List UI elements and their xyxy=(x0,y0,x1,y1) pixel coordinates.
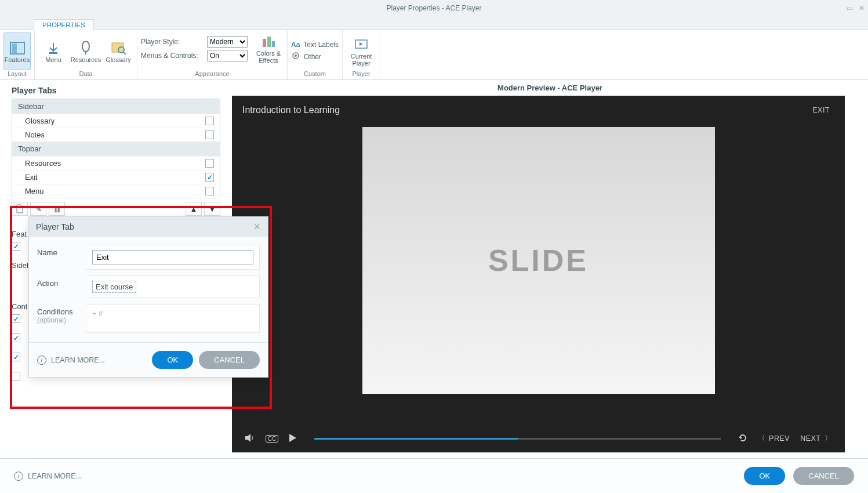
volume-icon[interactable] xyxy=(245,433,255,444)
checkbox[interactable] xyxy=(205,130,214,139)
ribbon-group-layout: Features Layout xyxy=(0,30,35,79)
bottom-bar: i LEARN MORE... OK CANCEL xyxy=(0,458,868,493)
right-panel: Modern Preview - ACE Player Introduction… xyxy=(232,80,868,458)
restore-icon[interactable]: ▭ xyxy=(847,4,853,12)
checkbox[interactable] xyxy=(12,242,20,251)
ribbon-group-label-layout: Layout xyxy=(3,70,31,77)
play-icon[interactable] xyxy=(289,433,297,444)
menu-button[interactable]: Menu xyxy=(38,32,68,70)
svg-marker-15 xyxy=(289,434,296,442)
ribbon-group-label-appearance: Appearance xyxy=(141,70,284,77)
course-title: Introduction to Learning xyxy=(242,105,340,115)
next-button[interactable]: NEXT 〉 xyxy=(800,434,832,444)
svg-rect-3 xyxy=(49,52,57,54)
conditions-sublabel: (optional) xyxy=(37,316,86,324)
ribbon-group-player: Current Player Player xyxy=(343,30,380,79)
move-down-button[interactable]: ▼ xyxy=(204,202,220,216)
progress-bar[interactable] xyxy=(314,438,720,440)
checkbox[interactable] xyxy=(12,353,20,361)
name-label: Name xyxy=(37,245,86,257)
colors-effects-button[interactable]: Colors & Effects xyxy=(253,32,284,65)
move-up-button[interactable]: ▲ xyxy=(186,202,202,216)
modal-ok-button[interactable]: OK xyxy=(152,351,193,369)
close-icon[interactable]: ✕ xyxy=(859,4,865,12)
checkbox[interactable] xyxy=(205,159,214,168)
player-style-select[interactable]: Modern xyxy=(207,36,248,48)
svg-marker-16 xyxy=(740,436,742,439)
ok-button[interactable]: OK xyxy=(744,467,785,485)
ribbon-group-appearance: Player Style: Modern Menus & Controls: O… xyxy=(137,30,288,79)
player-tab-modal: Player Tab ✕ Name Action Exit course Con… xyxy=(28,216,268,378)
topbar-section-header[interactable]: Topbar xyxy=(12,142,220,156)
text-labels-button[interactable]: Aa Text Labels xyxy=(291,41,339,49)
resources-icon xyxy=(81,40,91,56)
action-label: Action xyxy=(37,276,86,288)
conditions-field[interactable]: + if xyxy=(86,304,260,333)
other-button[interactable]: Other xyxy=(291,51,339,62)
player-preview: Introduction to Learning EXIT SLIDE CC xyxy=(232,96,845,452)
prev-button[interactable]: 〈 PREV xyxy=(758,434,790,444)
svg-rect-1 xyxy=(12,44,17,53)
glossary-button[interactable]: Glossary xyxy=(103,32,133,70)
current-player-icon xyxy=(354,37,368,53)
new-tab-button[interactable] xyxy=(12,202,28,216)
name-input[interactable] xyxy=(92,250,253,264)
player-footer: CC 〈 PREV NEXT 〉 xyxy=(232,425,845,452)
modal-learn-more-link[interactable]: i LEARN MORE... xyxy=(37,356,105,365)
ribbon-group-data: Menu Resources Glossary Data xyxy=(35,30,137,79)
document-icon xyxy=(16,204,24,213)
cc-icon[interactable]: CC xyxy=(266,435,278,443)
checkbox[interactable] xyxy=(12,314,20,323)
ribbon-group-label-custom: Custom xyxy=(291,70,339,77)
svg-point-11 xyxy=(295,55,297,57)
learn-more-link[interactable]: i LEARN MORE... xyxy=(14,472,82,481)
refresh-icon[interactable] xyxy=(738,433,747,444)
edit-tab-button[interactable]: ✎ xyxy=(30,202,46,216)
menu-icon xyxy=(47,40,60,56)
modal-title: Player Tab xyxy=(36,222,74,231)
action-token[interactable]: Exit course xyxy=(92,281,136,293)
slide-placeholder: SLIDE xyxy=(362,127,715,394)
window-controls: ▭ ✕ xyxy=(847,4,865,12)
svg-rect-8 xyxy=(267,37,271,47)
title-bar: Player Properties - ACE Player ▭ ✕ xyxy=(0,0,868,16)
chevron-right-icon: 〉 xyxy=(825,434,833,444)
glossary-icon xyxy=(111,40,126,56)
resources-button[interactable]: Resources xyxy=(71,32,101,70)
exit-link[interactable]: EXIT xyxy=(812,106,830,114)
tab-strip: PROPERTIES xyxy=(0,16,868,30)
tab-properties[interactable]: PROPERTIES xyxy=(34,19,94,30)
text-labels-icon: Aa xyxy=(291,41,300,49)
cancel-button[interactable]: CANCEL xyxy=(793,467,854,485)
checkbox[interactable] xyxy=(205,173,214,182)
menus-controls-select[interactable]: On xyxy=(207,50,248,61)
conditions-label: Conditions xyxy=(37,307,86,316)
svg-rect-7 xyxy=(263,39,266,47)
ribbon-group-label-data: Data xyxy=(38,70,133,77)
ribbon-group-label-player: Player xyxy=(346,70,376,77)
checkbox[interactable] xyxy=(205,117,214,125)
ribbon-group-custom: Aa Text Labels Other Custom xyxy=(288,30,343,79)
delete-tab-button[interactable]: 🗑 xyxy=(49,202,65,216)
svg-point-4 xyxy=(82,41,89,52)
list-item[interactable]: Exit xyxy=(12,170,220,184)
checkbox[interactable] xyxy=(12,334,20,342)
svg-marker-14 xyxy=(245,434,250,442)
current-player-button[interactable]: Current Player xyxy=(346,32,376,70)
window-title: Player Properties - ACE Player xyxy=(386,4,481,12)
checkbox[interactable] xyxy=(205,187,214,195)
features-icon xyxy=(10,40,25,56)
modal-cancel-button[interactable]: CANCEL xyxy=(199,351,260,369)
tabs-toolbar: ✎ 🗑 ▲ ▼ xyxy=(12,202,220,216)
checkbox[interactable] xyxy=(12,372,20,380)
list-item[interactable]: Glossary xyxy=(12,114,220,128)
features-button[interactable]: Features xyxy=(3,32,31,70)
list-item[interactable]: Notes xyxy=(12,128,220,142)
list-item[interactable]: Menu xyxy=(12,184,220,198)
list-item[interactable]: Resources xyxy=(12,156,220,170)
colors-effects-icon xyxy=(262,34,275,50)
info-icon: i xyxy=(14,472,23,481)
sidebar-section-header[interactable]: Sidebar xyxy=(12,99,220,114)
menus-controls-label: Menus & Controls: xyxy=(141,52,204,60)
close-icon[interactable]: ✕ xyxy=(253,222,261,232)
